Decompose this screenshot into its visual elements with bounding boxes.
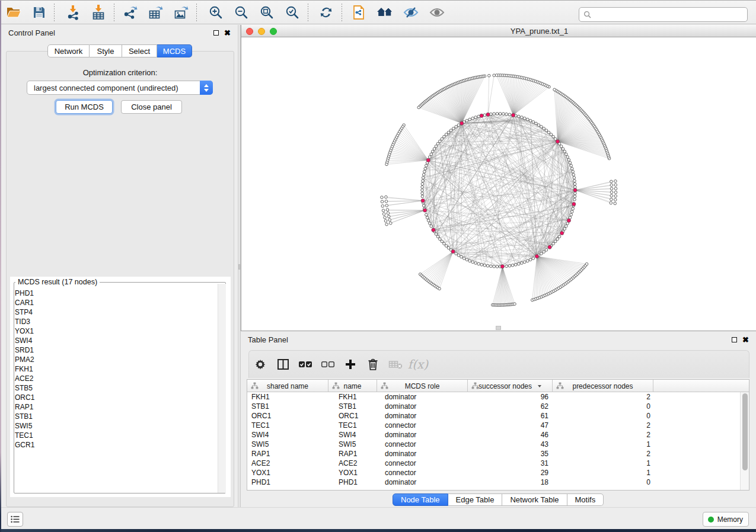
tab-network[interactable]: Network bbox=[47, 44, 90, 57]
table-cell: FKH1 bbox=[328, 392, 377, 402]
apply-layout-button[interactable] bbox=[314, 2, 339, 23]
open-folder-icon bbox=[5, 5, 22, 20]
zoom-out-button[interactable] bbox=[229, 2, 254, 23]
column-header-label: MCDS role bbox=[405, 382, 440, 390]
zoom-selected-button[interactable] bbox=[280, 2, 305, 23]
table-row[interactable]: ACE2ACE2connector311 bbox=[247, 459, 739, 468]
table-cell: 43 bbox=[468, 440, 553, 449]
table-cell: 1 bbox=[553, 468, 653, 477]
tab-style[interactable]: Style bbox=[90, 44, 122, 57]
export-network-icon bbox=[122, 5, 138, 20]
table-row[interactable]: YOX1YOX1connector291 bbox=[247, 468, 739, 477]
horizontal-splitter-grip[interactable] bbox=[496, 326, 501, 330]
mcds-result-item[interactable]: TEC1 bbox=[15, 431, 216, 440]
table-cell: dominator bbox=[377, 402, 468, 411]
column-header-shared-name[interactable]: shared name bbox=[247, 380, 328, 392]
sort-descending-icon bbox=[538, 385, 541, 387]
tab-motifs[interactable]: Motifs bbox=[567, 493, 604, 506]
delete-column-button[interactable] bbox=[362, 354, 384, 375]
float-panel-icon[interactable] bbox=[213, 30, 219, 36]
show-columns-button[interactable] bbox=[272, 354, 294, 375]
table-row[interactable]: TEC1TEC1connector472 bbox=[247, 421, 739, 430]
memory-button[interactable]: Memory bbox=[703, 512, 749, 527]
column-header-name[interactable]: name bbox=[328, 380, 377, 392]
select-all-button[interactable] bbox=[294, 354, 317, 375]
import-network-button[interactable] bbox=[60, 2, 86, 23]
criterion-select[interactable]: largest connected component (undirected) bbox=[27, 81, 213, 95]
mcds-result-item[interactable]: ACE2 bbox=[15, 374, 216, 383]
tab-mcds[interactable]: MCDS bbox=[157, 44, 192, 57]
network-window-titlebar[interactable]: YPA_prune.txt_1 bbox=[241, 25, 756, 37]
delete-table-button[interactable] bbox=[384, 354, 407, 375]
run-mcds-button[interactable]: Run MCDS bbox=[56, 100, 113, 114]
table-row[interactable]: ORC1ORC1dominator610 bbox=[247, 411, 739, 421]
export-network-button[interactable] bbox=[117, 2, 143, 23]
table-row[interactable]: SWI5SWI5connector431 bbox=[247, 440, 739, 449]
show-log-button[interactable] bbox=[7, 512, 23, 527]
column-header-successor-nodes[interactable]: successor nodes bbox=[468, 380, 553, 392]
tab-network-table[interactable]: Network Table bbox=[502, 493, 567, 506]
network-canvas[interactable] bbox=[241, 37, 756, 331]
column-type-icon bbox=[471, 382, 479, 389]
mcds-result-item[interactable]: SWI4 bbox=[15, 336, 216, 345]
float-panel-icon[interactable] bbox=[732, 337, 737, 342]
mcds-result-item[interactable]: STP4 bbox=[15, 307, 216, 317]
zoom-fit-button[interactable] bbox=[254, 2, 280, 23]
eye-slash-icon bbox=[403, 5, 419, 20]
mcds-result-item[interactable]: CAR1 bbox=[15, 298, 216, 307]
mcds-result-item[interactable]: TID3 bbox=[15, 317, 216, 326]
table-cell: connector bbox=[377, 459, 468, 468]
mcds-result-item[interactable]: STB5 bbox=[15, 383, 216, 393]
open-file-button[interactable] bbox=[1, 2, 26, 23]
mcds-result-item[interactable]: SRD1 bbox=[15, 345, 216, 355]
function-builder-button[interactable]: f(x) bbox=[407, 354, 429, 375]
close-panel-button[interactable]: Close panel bbox=[121, 100, 182, 114]
mcds-result-item[interactable]: PMA2 bbox=[15, 355, 216, 364]
table-row[interactable]: FKH1FKH1dominator962 bbox=[247, 392, 739, 402]
mcds-result-item[interactable]: ORC1 bbox=[15, 393, 216, 402]
mcds-result-item[interactable]: FKH1 bbox=[15, 364, 216, 374]
mcds-result-item[interactable]: YOX1 bbox=[15, 326, 216, 336]
show-all-button[interactable] bbox=[425, 2, 450, 23]
column-header-MCDS-role[interactable]: MCDS role bbox=[377, 380, 468, 392]
deselect-all-button[interactable] bbox=[317, 354, 339, 375]
close-panel-icon[interactable]: ✖ bbox=[224, 30, 231, 36]
zoom-in-button[interactable] bbox=[203, 2, 229, 23]
import-network-icon bbox=[65, 5, 81, 20]
mcds-result-item[interactable]: GCR1 bbox=[15, 440, 216, 450]
first-neighbors-button[interactable] bbox=[372, 2, 398, 23]
export-image-button[interactable] bbox=[168, 2, 194, 23]
tab-select[interactable]: Select bbox=[122, 44, 157, 57]
mcds-result-item[interactable]: PHD1 bbox=[15, 289, 216, 298]
mcds-result-item[interactable]: SWI5 bbox=[15, 421, 216, 431]
column-header-predecessor-nodes[interactable]: predecessor nodes bbox=[553, 380, 653, 392]
table-cell: 0 bbox=[553, 477, 653, 487]
mcds-result-scrollbar[interactable] bbox=[218, 284, 226, 493]
import-table-button[interactable] bbox=[86, 2, 111, 23]
column-type-icon bbox=[251, 382, 259, 389]
table-row[interactable]: SWI4SWI4dominator462 bbox=[247, 430, 739, 440]
export-table-icon bbox=[148, 5, 164, 20]
tab-node-table[interactable]: Node Table bbox=[393, 493, 448, 506]
splitter-grip[interactable] bbox=[238, 264, 240, 270]
table-row[interactable]: PHD1PHD1dominator180 bbox=[247, 477, 739, 487]
table-row[interactable]: RAP1RAP1dominator352 bbox=[247, 449, 739, 459]
table-scrollbar[interactable] bbox=[740, 392, 749, 490]
export-table-button[interactable] bbox=[143, 2, 168, 23]
mcds-result-item[interactable]: RAP1 bbox=[15, 402, 216, 412]
table-cell: 96 bbox=[468, 392, 553, 402]
tab-edge-table[interactable]: Edge Table bbox=[448, 493, 503, 506]
scrollbar-thumb[interactable] bbox=[742, 393, 748, 470]
table-row[interactable]: STB1STB1dominator620 bbox=[247, 402, 739, 411]
column-header-label: name bbox=[343, 382, 361, 390]
search-input[interactable] bbox=[579, 7, 748, 22]
share-document-button[interactable] bbox=[346, 2, 372, 23]
table-cell: SWI5 bbox=[247, 440, 328, 449]
save-session-button[interactable] bbox=[26, 2, 52, 23]
network-graph[interactable] bbox=[241, 37, 756, 331]
add-column-button[interactable] bbox=[339, 354, 362, 375]
table-options-button[interactable] bbox=[249, 354, 272, 375]
close-panel-icon[interactable]: ✖ bbox=[742, 337, 749, 342]
hide-selected-button[interactable] bbox=[398, 2, 424, 23]
mcds-result-item[interactable]: STB1 bbox=[15, 412, 216, 421]
